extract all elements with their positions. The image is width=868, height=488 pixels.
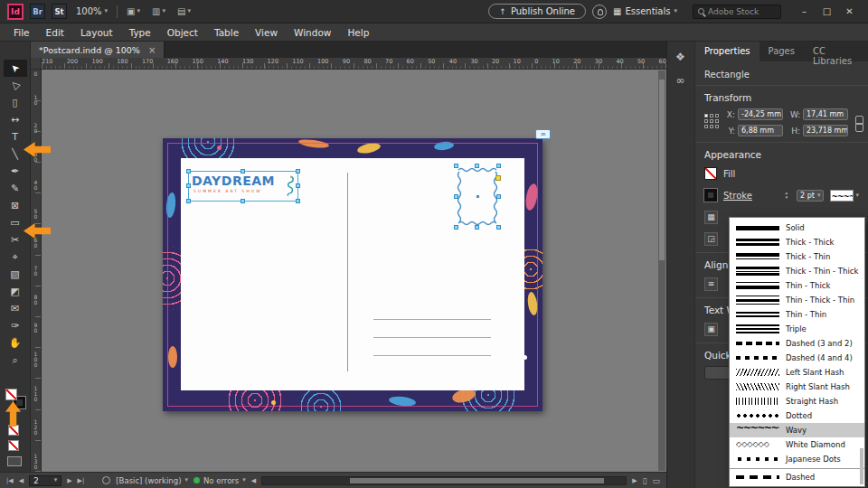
- menu-item[interactable]: Edit: [38, 23, 72, 42]
- selection-handle[interactable]: [296, 183, 300, 188]
- stroke-style-option[interactable]: Thin - Thick - Thin: [730, 293, 864, 307]
- transform-input[interactable]: 17,41 mm: [803, 108, 848, 120]
- gradient-swatch-tool[interactable]: ▧: [4, 266, 27, 283]
- adobe-stock-search[interactable]: [693, 5, 781, 19]
- selection-handle[interactable]: [496, 194, 501, 199]
- logo-selection-frame[interactable]: DAYDREAM SUMMER ART SHOW: [188, 171, 298, 202]
- stroke-style-option[interactable]: Thick - Thick: [730, 235, 864, 249]
- selection-handle[interactable]: [454, 194, 458, 199]
- zoom-tool[interactable]: ⌕: [4, 352, 27, 369]
- gradient-feather-tool[interactable]: ◩: [4, 283, 27, 300]
- eyedropper-tool[interactable]: ✑: [4, 317, 27, 334]
- next-page-button[interactable]: ▶: [67, 477, 71, 484]
- preflight-status-menu[interactable]: No errors ▾: [193, 476, 246, 485]
- pencil-tool[interactable]: ✎: [4, 180, 27, 197]
- rectangle-frame-tool[interactable]: ⊠: [4, 197, 27, 214]
- fill-swatch-none[interactable]: [5, 389, 17, 400]
- selection-handle[interactable]: [241, 199, 245, 203]
- links-panel-icon[interactable]: ∞: [676, 74, 685, 87]
- stroke-style-option[interactable]: Triple: [730, 322, 864, 336]
- scrollbar-thumb[interactable]: [350, 478, 604, 483]
- scroll-left-button[interactable]: ◀: [251, 477, 256, 484]
- stamp-frame-selected[interactable]: [457, 166, 498, 227]
- color-themes-panel-icon[interactable]: ❖: [675, 51, 685, 63]
- stroke-style-option[interactable]: Dashed (3 and 2): [730, 336, 864, 351]
- selection-handle[interactable]: [186, 183, 191, 188]
- reference-point-proxy[interactable]: [704, 114, 719, 128]
- corner-options-icon[interactable]: ◲: [704, 232, 718, 246]
- restore-button[interactable]: □: [816, 6, 838, 16]
- pen-tool[interactable]: ✒: [4, 163, 27, 180]
- selection-handle[interactable]: [454, 225, 458, 230]
- hand-tool[interactable]: ✋: [4, 334, 27, 352]
- publish-online-button[interactable]: ↑ Publish Online: [488, 4, 586, 19]
- selection-handle[interactable]: [475, 164, 479, 168]
- selection-handle[interactable]: [475, 225, 479, 230]
- bridge-icon[interactable]: Br: [30, 4, 45, 19]
- stroke-style-select[interactable]: ▾: [830, 190, 859, 202]
- minimize-button[interactable]: –: [793, 6, 816, 16]
- horizontal-scrollbar[interactable]: [261, 476, 627, 485]
- stroke-style-option[interactable]: Dashed: [730, 468, 864, 483]
- constrain-proportions-icon[interactable]: [854, 116, 859, 132]
- white-card-frame[interactable]: DAYDREAM SUMMER ART SHOW: [181, 158, 524, 390]
- type-tool[interactable]: T: [4, 128, 27, 145]
- view-options-button[interactable]: ▣ ▾: [124, 6, 143, 16]
- stroke-style-option[interactable]: Thick - Thin - Thick: [730, 264, 864, 278]
- stroke-style-option[interactable]: Dashed (4 and 4): [730, 351, 864, 365]
- stroke-style-option[interactable]: Solid: [730, 221, 864, 235]
- arrange-documents-button[interactable]: ▤ ▾: [175, 6, 193, 16]
- ruler-origin[interactable]: [31, 58, 42, 70]
- search-input[interactable]: [708, 7, 773, 16]
- panel-tab[interactable]: Pages: [760, 42, 804, 61]
- selection-handle[interactable]: [296, 199, 300, 203]
- stroke-weight-select[interactable]: 2 pt ▾: [797, 190, 824, 202]
- postcard-page[interactable]: DAYDREAM SUMMER ART SHOW: [163, 138, 542, 411]
- stroke-style-option[interactable]: Straight Hash: [730, 394, 864, 408]
- free-transform-tool[interactable]: ⌖: [4, 249, 27, 266]
- zoom-level-select[interactable]: 100% ▾: [73, 6, 110, 16]
- stroke-style-option[interactable]: Thin - Thick: [730, 278, 864, 293]
- scissors-tool[interactable]: ✂: [4, 231, 27, 249]
- transform-input[interactable]: 6,88 mm: [738, 125, 783, 136]
- transform-input[interactable]: 23,718 mm: [803, 125, 848, 136]
- stroke-style-option[interactable]: Right Slant Hash: [730, 380, 864, 394]
- stroke-style-option[interactable]: Thick - Thin: [730, 249, 864, 264]
- workspace-switcher[interactable]: ▦ Essentials ▾: [613, 6, 677, 16]
- selection-handle[interactable]: [186, 169, 191, 174]
- panel-tab[interactable]: CC Libraries: [804, 42, 868, 61]
- link-badge-icon[interactable]: ∞: [535, 129, 551, 139]
- scroll-right-button[interactable]: ▶: [632, 477, 637, 484]
- menu-item[interactable]: Object: [159, 23, 206, 42]
- close-button[interactable]: ✕: [838, 6, 861, 16]
- page-view-single-button[interactable]: ▯: [643, 476, 647, 485]
- stroke-style-option[interactable]: Left Slant Hash: [730, 365, 864, 380]
- selection-handle[interactable]: [296, 169, 300, 174]
- close-tab-icon[interactable]: ×: [148, 45, 156, 55]
- scrollbar-thumb[interactable]: [659, 80, 665, 260]
- pasteboard[interactable]: ∞: [42, 70, 666, 472]
- selection-handle[interactable]: [186, 199, 191, 203]
- selection-handle[interactable]: [241, 169, 245, 174]
- stepper-down-icon[interactable]: ▾: [782, 195, 790, 200]
- first-page-button[interactable]: |◀: [6, 477, 14, 484]
- swatches-grid-icon[interactable]: ▦: [704, 211, 718, 224]
- direct-selection-tool[interactable]: ▷: [4, 77, 27, 94]
- page-number-select[interactable]: 2 ▾: [29, 475, 61, 486]
- preflight-profile-menu[interactable]: [Basic] (working) ▾: [116, 476, 188, 485]
- stroke-style-option[interactable]: Thin - Thin: [730, 307, 864, 322]
- menu-item[interactable]: Type: [121, 23, 159, 42]
- vertical-ruler[interactable]: 0102030405060708090100110120130: [31, 70, 42, 472]
- document-tab[interactable]: *Postcard.indd @ 100% ×: [31, 42, 165, 58]
- menu-item[interactable]: View: [247, 23, 286, 42]
- apply-color-button[interactable]: [8, 440, 19, 451]
- menu-item[interactable]: Help: [339, 23, 377, 42]
- stroke-style-option[interactable]: Japanese Dots: [730, 452, 864, 466]
- last-page-button[interactable]: ▶|: [78, 477, 85, 484]
- screen-mode-button[interactable]: ▥ ▾: [149, 6, 168, 16]
- rectangle-tool[interactable]: ▭: [4, 214, 27, 231]
- selection-handle[interactable]: [454, 164, 458, 168]
- canvas-vertical-scrollbar[interactable]: [658, 70, 665, 471]
- stock-icon[interactable]: St: [52, 4, 67, 19]
- menu-item[interactable]: File: [5, 23, 38, 42]
